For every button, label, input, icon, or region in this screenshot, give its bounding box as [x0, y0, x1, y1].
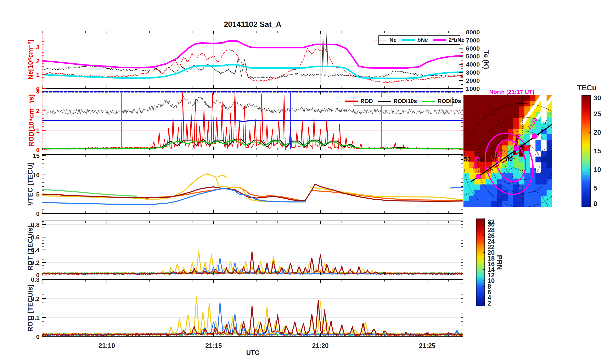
tec-cell — [525, 173, 530, 179]
tec-cell — [480, 101, 486, 107]
tec-cell — [536, 179, 541, 185]
tec-cell — [541, 201, 547, 207]
tec-cell — [547, 151, 552, 157]
tec-cell — [541, 179, 547, 185]
tec-cell — [525, 95, 530, 101]
tec-cell — [491, 106, 497, 112]
tec-cell — [502, 123, 508, 129]
tec-cell — [502, 146, 508, 151]
tec-cell — [486, 157, 492, 162]
tec-cell — [502, 95, 508, 101]
tec-cell — [519, 101, 525, 107]
tec-cell — [486, 190, 492, 196]
tec-cell — [491, 201, 497, 207]
tec-cell — [491, 118, 497, 123]
tec-cell — [541, 123, 547, 129]
tec-cell — [480, 106, 486, 112]
latitude-label: 50 — [464, 156, 471, 162]
legend-item: RODI20s — [422, 98, 461, 105]
tecu-tick-label: 5 — [593, 184, 597, 192]
tec-cell — [541, 190, 547, 196]
tec-cell — [502, 106, 508, 112]
y-tick-label: 2 — [36, 58, 40, 64]
series-group — [42, 297, 463, 336]
tec-cell — [541, 162, 547, 168]
tec-cell — [519, 184, 525, 190]
series-group — [42, 251, 463, 274]
vtec-axis-label: VTEC [TECU] — [26, 162, 34, 206]
tecu-tick-label: 20 — [593, 128, 601, 136]
map-inner: 5060708021:2521:2021:1521:10 — [454, 92, 591, 231]
panel-rot: 00.20.40.60.8 — [31, 221, 463, 278]
series-PRN~20-yellow-stub — [218, 175, 226, 177]
tec-cell — [519, 106, 525, 112]
tec-cell — [519, 201, 525, 207]
tec-cell — [469, 173, 475, 179]
tec-cell — [474, 129, 480, 135]
tec-cell — [508, 173, 514, 179]
tec-cell — [525, 134, 530, 140]
tec-cell — [486, 118, 492, 123]
tec-cell — [519, 129, 525, 135]
tec-cell — [536, 146, 541, 151]
tec-cell — [469, 201, 475, 207]
tec-cell — [525, 201, 530, 207]
tec-cell — [480, 118, 486, 123]
tec-cell — [474, 123, 480, 129]
tec-cell — [463, 146, 469, 151]
2bne-line-sample — [433, 39, 446, 41]
y-tick-label: 0 — [36, 210, 40, 217]
tec-cell — [508, 201, 514, 207]
tec-cell — [469, 106, 475, 112]
tec-cell — [541, 134, 547, 140]
tec-cell — [474, 106, 480, 112]
tec-cell — [480, 201, 486, 207]
tec-cell — [497, 95, 503, 101]
y-tick-label: 0 — [36, 333, 40, 340]
y2-tick-label: 4000 — [466, 61, 480, 68]
legend-ne: Ne bNe 2*bNe — [378, 35, 460, 45]
legend-label: 2*bNe — [449, 37, 465, 43]
tec-cell — [463, 134, 469, 140]
satellite-position-dot — [514, 146, 519, 151]
tec-cell — [508, 123, 514, 129]
rodi10s-line-sample — [378, 101, 391, 102]
tec-cell — [502, 201, 508, 207]
y-tick-label: 1 — [36, 71, 40, 78]
tec-cell — [530, 190, 536, 196]
tec-cell — [530, 184, 536, 190]
tecu-colorbar: 051015202530 — [582, 94, 601, 207]
tec-cell — [536, 123, 541, 129]
tec-cell — [536, 106, 541, 112]
tec-cell — [547, 134, 552, 140]
tec-cell — [463, 196, 469, 202]
tec-cell — [547, 140, 552, 146]
legend-label: Ne — [389, 37, 397, 43]
x-tick-label: 21:15 — [205, 342, 222, 349]
tec-cell — [474, 179, 480, 185]
tec-cell — [536, 140, 541, 146]
tec-cell — [513, 95, 519, 101]
tec-cell — [474, 101, 480, 107]
tec-cell — [513, 123, 519, 129]
tecu-tick-label: 30 — [593, 94, 601, 102]
tec-cell — [508, 184, 514, 190]
series-RODI10s — [43, 139, 463, 149]
tec-cell — [547, 179, 552, 185]
tec-cell — [491, 112, 497, 118]
tec-cell — [519, 112, 525, 118]
legend-item: ROD — [345, 98, 373, 105]
tec-cell — [463, 95, 469, 101]
series-PRN~27-orange — [312, 191, 463, 201]
legend-label: RODI20s — [438, 98, 461, 105]
rodi20s-line-sample — [422, 101, 435, 102]
tec-cell — [541, 173, 547, 179]
tec-cell — [497, 140, 503, 146]
y2-tick-label: 1000 — [466, 85, 480, 92]
tec-cell — [547, 173, 552, 179]
tec-cell — [463, 179, 469, 185]
tec-cell — [469, 134, 475, 140]
tec-cell — [497, 123, 503, 129]
tec-cell — [547, 112, 552, 118]
latitude-label: 80 — [506, 156, 513, 162]
